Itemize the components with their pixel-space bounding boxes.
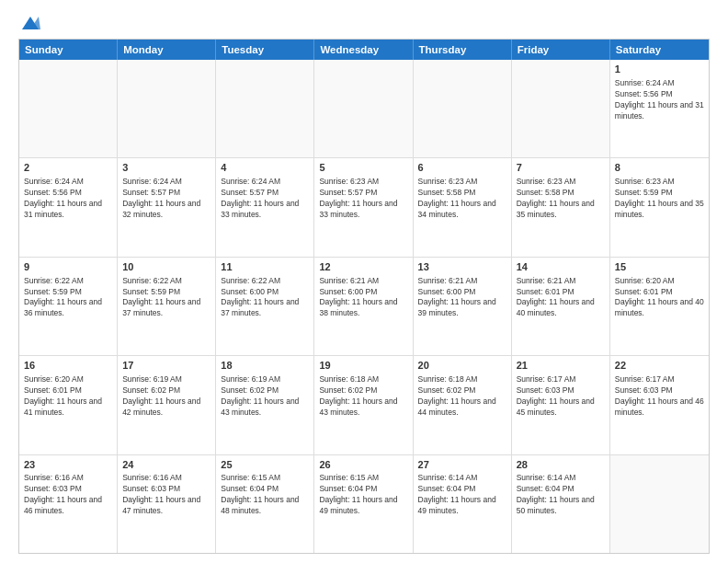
header-day-monday: Monday	[118, 40, 216, 60]
week-row-4: 16Sunrise: 6:20 AM Sunset: 6:01 PM Dayli…	[19, 355, 709, 454]
day-cell-16: 16Sunrise: 6:20 AM Sunset: 6:01 PM Dayli…	[19, 356, 118, 454]
day-number: 13	[418, 260, 506, 274]
day-cell-14: 14Sunrise: 6:21 AM Sunset: 6:01 PM Dayli…	[512, 258, 610, 355]
day-cell-23: 23Sunrise: 6:16 AM Sunset: 6:03 PM Dayli…	[19, 455, 118, 553]
header-day-saturday: Saturday	[610, 40, 709, 60]
day-cell-10: 10Sunrise: 6:22 AM Sunset: 5:59 PM Dayli…	[118, 258, 216, 355]
day-cell-20: 20Sunrise: 6:18 AM Sunset: 6:02 PM Dayli…	[414, 356, 512, 454]
day-cell-19: 19Sunrise: 6:18 AM Sunset: 6:02 PM Dayli…	[314, 356, 413, 454]
day-number: 19	[319, 359, 407, 373]
header-day-wednesday: Wednesday	[314, 40, 413, 60]
day-info: Sunrise: 6:21 AM Sunset: 6:01 PM Dayligh…	[517, 276, 605, 320]
day-info: Sunrise: 6:19 AM Sunset: 6:02 PM Dayligh…	[122, 374, 210, 419]
day-number: 6	[418, 161, 506, 175]
page: SundayMondayTuesdayWednesdayThursdayFrid…	[0, 0, 728, 563]
day-cell-22: 22Sunrise: 6:17 AM Sunset: 6:03 PM Dayli…	[610, 356, 709, 454]
calendar-body: 1Sunrise: 6:24 AM Sunset: 5:56 PM Daylig…	[19, 60, 709, 553]
empty-cell-0-4	[414, 60, 512, 157]
day-info: Sunrise: 6:23 AM Sunset: 5:57 PM Dayligh…	[319, 177, 407, 221]
empty-cell-0-3	[314, 60, 413, 157]
day-info: Sunrise: 6:18 AM Sunset: 6:02 PM Dayligh…	[418, 374, 506, 419]
day-number: 7	[517, 161, 605, 175]
header-day-sunday: Sunday	[19, 40, 118, 60]
day-cell-28: 28Sunrise: 6:14 AM Sunset: 6:04 PM Dayli…	[512, 455, 610, 553]
day-info: Sunrise: 6:22 AM Sunset: 5:59 PM Dayligh…	[122, 276, 210, 320]
day-number: 28	[517, 458, 605, 472]
day-cell-26: 26Sunrise: 6:15 AM Sunset: 6:04 PM Dayli…	[314, 455, 413, 553]
day-info: Sunrise: 6:22 AM Sunset: 6:00 PM Dayligh…	[221, 276, 309, 320]
day-number: 10	[122, 260, 210, 274]
day-info: Sunrise: 6:14 AM Sunset: 6:04 PM Dayligh…	[418, 473, 506, 517]
day-cell-2: 2Sunrise: 6:24 AM Sunset: 5:56 PM Daylig…	[19, 158, 118, 256]
header-day-friday: Friday	[512, 40, 610, 60]
day-info: Sunrise: 6:24 AM Sunset: 5:56 PM Dayligh…	[615, 78, 704, 122]
day-info: Sunrise: 6:24 AM Sunset: 5:56 PM Dayligh…	[24, 177, 112, 221]
day-number: 17	[122, 359, 210, 373]
day-number: 12	[319, 260, 407, 274]
day-number: 23	[24, 458, 112, 472]
day-number: 24	[122, 458, 210, 472]
day-info: Sunrise: 6:21 AM Sunset: 6:00 PM Dayligh…	[319, 276, 407, 320]
day-number: 1	[615, 63, 704, 76]
day-cell-9: 9Sunrise: 6:22 AM Sunset: 5:59 PM Daylig…	[19, 258, 118, 355]
day-info: Sunrise: 6:24 AM Sunset: 5:57 PM Dayligh…	[221, 177, 309, 221]
day-number: 18	[221, 359, 309, 373]
day-info: Sunrise: 6:21 AM Sunset: 6:00 PM Dayligh…	[418, 276, 506, 320]
day-info: Sunrise: 6:18 AM Sunset: 6:02 PM Dayligh…	[319, 374, 407, 419]
empty-cell-0-5	[512, 60, 610, 157]
day-cell-21: 21Sunrise: 6:17 AM Sunset: 6:03 PM Dayli…	[512, 356, 610, 454]
day-number: 25	[221, 458, 309, 472]
day-number: 11	[221, 260, 309, 274]
day-info: Sunrise: 6:15 AM Sunset: 6:04 PM Dayligh…	[319, 473, 407, 517]
day-info: Sunrise: 6:24 AM Sunset: 5:57 PM Dayligh…	[122, 177, 210, 221]
day-info: Sunrise: 6:14 AM Sunset: 6:04 PM Dayligh…	[517, 473, 605, 517]
day-info: Sunrise: 6:20 AM Sunset: 6:01 PM Dayligh…	[24, 374, 112, 419]
header-day-thursday: Thursday	[414, 40, 512, 60]
day-cell-6: 6Sunrise: 6:23 AM Sunset: 5:58 PM Daylig…	[414, 158, 512, 256]
day-cell-7: 7Sunrise: 6:23 AM Sunset: 5:58 PM Daylig…	[512, 158, 610, 256]
empty-cell-0-0	[19, 60, 118, 157]
logo-icon	[20, 15, 40, 31]
day-cell-1: 1Sunrise: 6:24 AM Sunset: 5:56 PM Daylig…	[610, 60, 709, 157]
calendar: SundayMondayTuesdayWednesdayThursdayFrid…	[18, 39, 710, 554]
day-number: 2	[24, 161, 112, 175]
day-info: Sunrise: 6:19 AM Sunset: 6:02 PM Dayligh…	[221, 374, 309, 419]
day-number: 3	[122, 161, 210, 175]
header-day-tuesday: Tuesday	[216, 40, 314, 60]
day-number: 5	[319, 161, 407, 175]
day-number: 8	[615, 161, 704, 175]
empty-cell-0-2	[216, 60, 314, 157]
day-cell-3: 3Sunrise: 6:24 AM Sunset: 5:57 PM Daylig…	[118, 158, 216, 256]
day-info: Sunrise: 6:16 AM Sunset: 6:03 PM Dayligh…	[24, 473, 112, 517]
day-cell-4: 4Sunrise: 6:24 AM Sunset: 5:57 PM Daylig…	[216, 158, 314, 256]
week-row-1: 1Sunrise: 6:24 AM Sunset: 5:56 PM Daylig…	[19, 60, 709, 157]
day-cell-8: 8Sunrise: 6:23 AM Sunset: 5:59 PM Daylig…	[610, 158, 709, 256]
day-number: 20	[418, 359, 506, 373]
day-number: 16	[24, 359, 112, 373]
day-number: 22	[615, 359, 704, 373]
day-info: Sunrise: 6:17 AM Sunset: 6:03 PM Dayligh…	[615, 374, 704, 419]
day-number: 15	[615, 260, 704, 274]
day-cell-17: 17Sunrise: 6:19 AM Sunset: 6:02 PM Dayli…	[118, 356, 216, 454]
day-number: 21	[517, 359, 605, 373]
week-row-5: 23Sunrise: 6:16 AM Sunset: 6:03 PM Dayli…	[19, 454, 709, 553]
day-number: 14	[517, 260, 605, 274]
empty-cell-4-6	[610, 455, 709, 553]
day-cell-27: 27Sunrise: 6:14 AM Sunset: 6:04 PM Dayli…	[414, 455, 512, 553]
header	[18, 15, 710, 31]
day-cell-15: 15Sunrise: 6:20 AM Sunset: 6:01 PM Dayli…	[610, 258, 709, 355]
day-cell-5: 5Sunrise: 6:23 AM Sunset: 5:57 PM Daylig…	[314, 158, 413, 256]
day-cell-18: 18Sunrise: 6:19 AM Sunset: 6:02 PM Dayli…	[216, 356, 314, 454]
day-info: Sunrise: 6:23 AM Sunset: 5:58 PM Dayligh…	[517, 177, 605, 221]
day-info: Sunrise: 6:15 AM Sunset: 6:04 PM Dayligh…	[221, 473, 309, 517]
day-number: 27	[418, 458, 506, 472]
empty-cell-0-1	[118, 60, 216, 157]
day-info: Sunrise: 6:16 AM Sunset: 6:03 PM Dayligh…	[122, 473, 210, 517]
week-row-2: 2Sunrise: 6:24 AM Sunset: 5:56 PM Daylig…	[19, 157, 709, 256]
day-number: 4	[221, 161, 309, 175]
day-cell-13: 13Sunrise: 6:21 AM Sunset: 6:00 PM Dayli…	[414, 258, 512, 355]
day-info: Sunrise: 6:23 AM Sunset: 5:59 PM Dayligh…	[615, 177, 704, 221]
day-info: Sunrise: 6:23 AM Sunset: 5:58 PM Dayligh…	[418, 177, 506, 221]
logo	[18, 15, 40, 31]
day-cell-11: 11Sunrise: 6:22 AM Sunset: 6:00 PM Dayli…	[216, 258, 314, 355]
